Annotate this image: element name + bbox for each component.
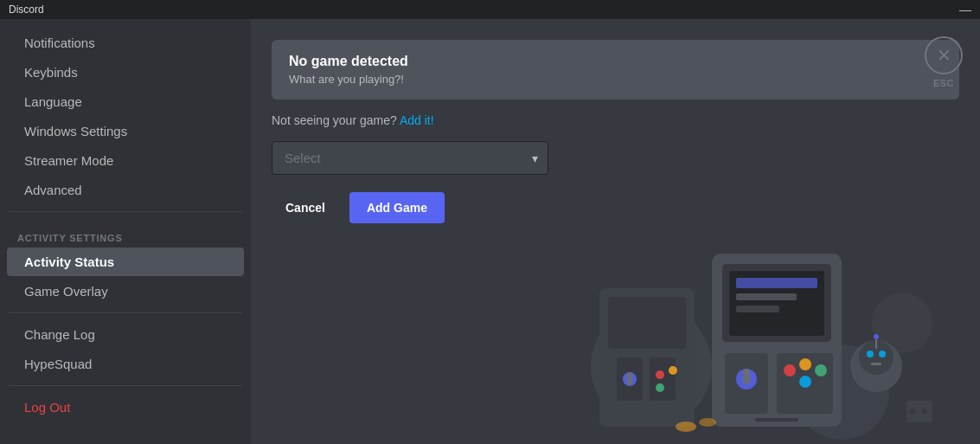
svg-point-35 bbox=[910, 409, 915, 414]
title-bar: Discord — bbox=[0, 0, 980, 19]
svg-point-37 bbox=[676, 421, 696, 432]
no-game-subtitle: What are you playing?! bbox=[289, 73, 942, 86]
sidebar-item-windows-settings[interactable]: Windows Settings bbox=[7, 117, 244, 145]
sidebar-item-advanced[interactable]: Advanced bbox=[7, 176, 244, 204]
svg-rect-4 bbox=[608, 297, 686, 349]
svg-point-29 bbox=[867, 351, 874, 357]
svg-rect-21 bbox=[743, 369, 750, 384]
svg-rect-8 bbox=[627, 372, 632, 385]
esc-circle-icon: ✕ bbox=[925, 36, 963, 74]
sidebar-divider-1 bbox=[9, 211, 242, 212]
arcade-illustration bbox=[582, 167, 945, 444]
svg-rect-6 bbox=[650, 357, 676, 401]
svg-point-22 bbox=[784, 364, 796, 376]
sidebar-divider-2 bbox=[9, 312, 242, 313]
add-it-link[interactable]: Add it! bbox=[400, 113, 434, 127]
svg-point-9 bbox=[656, 370, 664, 379]
esc-label: ESC bbox=[933, 78, 954, 88]
sidebar-item-keybinds[interactable]: Keybinds bbox=[7, 58, 244, 87]
not-seeing-text: Not seeing your game? Add it! bbox=[272, 113, 959, 127]
game-select-container: Select ▾ bbox=[272, 141, 548, 175]
sidebar-divider-3 bbox=[9, 385, 242, 386]
sidebar-item-logout[interactable]: Log Out bbox=[7, 393, 244, 421]
svg-point-10 bbox=[669, 366, 677, 375]
no-game-title: No game detected bbox=[289, 54, 942, 69]
sidebar-item-hypesquad[interactable]: HypeSquad bbox=[7, 350, 244, 378]
svg-rect-16 bbox=[736, 293, 797, 300]
svg-point-38 bbox=[699, 418, 716, 427]
sidebar: Notifications Keybinds Language Windows … bbox=[0, 19, 251, 444]
sidebar-item-streamer-mode[interactable]: Streamer Mode bbox=[7, 146, 244, 175]
svg-point-11 bbox=[656, 383, 664, 392]
sidebar-item-activity-status[interactable]: Activity Status bbox=[7, 248, 244, 276]
sidebar-item-change-log[interactable]: Change Log bbox=[7, 320, 244, 349]
no-game-banner: No game detected What are you playing?! bbox=[272, 40, 959, 100]
svg-point-25 bbox=[799, 376, 811, 388]
sidebar-item-language[interactable]: Language bbox=[7, 87, 244, 116]
svg-rect-32 bbox=[875, 338, 877, 349]
sidebar-item-notifications[interactable]: Notifications bbox=[7, 29, 244, 57]
activity-settings-header: ACTIVITY SETTINGS bbox=[0, 219, 251, 247]
svg-rect-26 bbox=[755, 418, 798, 421]
add-game-button[interactable]: Add Game bbox=[349, 192, 445, 223]
svg-rect-15 bbox=[736, 278, 817, 288]
minimize-button[interactable]: — bbox=[959, 3, 971, 16]
content-area: ✕ ESC No game detected What are you play… bbox=[251, 19, 980, 444]
svg-point-33 bbox=[874, 334, 879, 339]
esc-button[interactable]: ✕ ESC bbox=[925, 36, 963, 88]
app-body: Notifications Keybinds Language Windows … bbox=[0, 19, 980, 444]
app-title: Discord bbox=[9, 3, 44, 16]
cancel-button[interactable]: Cancel bbox=[272, 192, 339, 223]
svg-point-23 bbox=[799, 358, 811, 370]
svg-point-36 bbox=[922, 409, 927, 414]
sidebar-item-game-overlay[interactable]: Game Overlay bbox=[7, 277, 244, 306]
svg-point-24 bbox=[815, 364, 827, 376]
svg-rect-17 bbox=[736, 306, 779, 312]
svg-point-30 bbox=[879, 351, 886, 357]
window-controls: — bbox=[959, 3, 971, 16]
game-select[interactable]: Select bbox=[272, 141, 548, 175]
svg-rect-31 bbox=[871, 363, 881, 365]
